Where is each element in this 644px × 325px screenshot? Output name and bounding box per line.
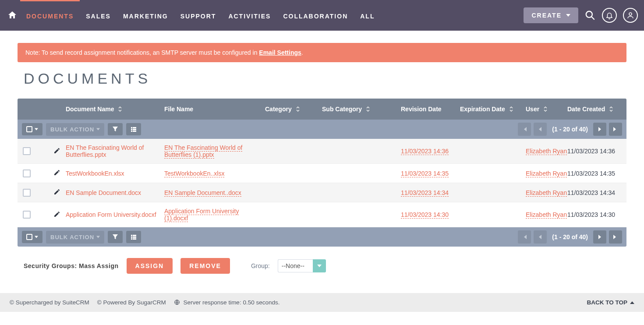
svg-rect-9 (133, 131, 136, 132)
first-icon (521, 126, 527, 132)
caret-up-icon (630, 300, 634, 305)
assign-button[interactable]: ASSIGN (127, 258, 173, 274)
col-category[interactable]: Category (265, 106, 292, 113)
page-last[interactable] (609, 123, 622, 136)
page-prev[interactable] (534, 230, 547, 244)
revision-date-link[interactable]: 11/03/2023 14:36 (401, 148, 449, 155)
nav-item-marketing[interactable]: MARKETING (117, 0, 174, 31)
columns-button[interactable] (126, 123, 141, 135)
sort-icon[interactable] (117, 106, 123, 112)
file-name-link[interactable]: EN The Fascinating World of Butterflies … (164, 144, 242, 159)
select-all-toggle[interactable] (22, 123, 42, 135)
top-nav: DOCUMENTSSALESMARKETINGSUPPORTACTIVITIES… (0, 0, 644, 31)
svg-rect-13 (131, 237, 132, 238)
edit-row-button[interactable] (53, 188, 60, 197)
caret-down-icon (35, 235, 38, 239)
edit-row-button[interactable] (53, 169, 60, 177)
page-prev[interactable] (534, 123, 547, 136)
user-link[interactable]: Elizabeth Ryan (526, 170, 567, 177)
svg-rect-11 (131, 235, 132, 236)
nav-item-activities[interactable]: ACTIVITIES (222, 0, 277, 31)
bulk-action-button[interactable]: BULK ACTION (46, 123, 104, 136)
edit-row-button[interactable] (53, 211, 60, 219)
svg-rect-8 (131, 131, 132, 132)
svg-rect-5 (133, 127, 136, 128)
page-last[interactable] (609, 230, 622, 244)
nav-links: DOCUMENTSSALESMARKETINGSUPPORTACTIVITIES… (20, 0, 524, 31)
svg-rect-12 (133, 235, 136, 236)
nav-item-sales[interactable]: SALES (80, 0, 117, 31)
page-next[interactable] (593, 123, 606, 136)
alert-suffix: . (301, 49, 303, 56)
document-name-link[interactable]: EN Sample Document.docx (66, 189, 141, 196)
profile-button[interactable] (623, 8, 638, 23)
sort-icon[interactable] (509, 106, 514, 112)
mass-assign-title: Security Groups: Mass Assign (24, 262, 119, 269)
caret-down-icon (35, 127, 38, 131)
sort-icon[interactable] (609, 106, 614, 112)
svg-point-2 (629, 13, 632, 15)
edit-row-button[interactable] (53, 147, 60, 155)
page-first[interactable] (518, 123, 531, 136)
user-link[interactable]: Elizabeth Ryan (526, 211, 567, 219)
chevron-left-icon (538, 127, 542, 132)
columns-button[interactable] (126, 231, 141, 243)
search-icon[interactable] (584, 10, 596, 21)
nav-item-support[interactable]: SUPPORT (174, 0, 223, 31)
document-name-link[interactable]: EN The Fascinating World of Butterflies.… (66, 144, 144, 158)
create-button[interactable]: CREATE (524, 7, 578, 23)
email-settings-link[interactable]: Email Settings (259, 49, 301, 56)
row-checkbox[interactable] (23, 189, 31, 197)
nav-item-collaboration[interactable]: COLLABORATION (277, 0, 354, 31)
user-icon (626, 11, 634, 19)
group-select-caret[interactable] (313, 259, 326, 272)
revision-date-link[interactable]: 11/03/2023 14:30 (401, 211, 449, 219)
back-to-top[interactable]: BACK TO TOP (587, 299, 634, 306)
home-icon (7, 10, 18, 21)
bulk-action-button[interactable]: BULK ACTION (46, 231, 104, 244)
row-checkbox[interactable] (23, 170, 31, 177)
filter-button[interactable] (108, 231, 123, 243)
document-name-link[interactable]: Application Form University.docxf (66, 211, 156, 218)
alert-prefix: Note: To send record assignment notifica… (25, 49, 259, 56)
sort-icon[interactable] (295, 106, 301, 112)
row-checkbox[interactable] (23, 147, 31, 155)
checkbox-outline-icon (26, 234, 32, 240)
date-created-cell: 11/03/2023 14:34 (567, 189, 624, 196)
file-name-link[interactable]: Application Form University (1).docxf (164, 208, 239, 222)
col-document-name[interactable]: Document Name (66, 106, 114, 113)
revision-date-link[interactable]: 11/03/2023 14:35 (401, 170, 449, 177)
file-name-link[interactable]: TestWorkbookEn..xlsx (164, 170, 224, 177)
revision-date-link[interactable]: 11/03/2023 14:34 (401, 189, 449, 197)
nav-item-documents[interactable]: DOCUMENTS (20, 0, 80, 31)
page-next[interactable] (593, 230, 606, 244)
nav-item-all[interactable]: ALL (354, 0, 381, 31)
select-all-toggle[interactable] (22, 231, 42, 243)
page-first[interactable] (518, 230, 531, 244)
filter-button[interactable] (108, 123, 123, 135)
home-link[interactable] (4, 0, 20, 31)
toolbar-bottom: BULK ACTION (1 - 20 of 40) (18, 227, 626, 247)
col-expiration-date[interactable]: Expiration Date (460, 106, 505, 113)
sort-icon[interactable] (365, 106, 371, 112)
svg-rect-4 (131, 127, 132, 128)
col-date-created[interactable]: Date Created (567, 106, 605, 113)
first-icon (521, 234, 527, 240)
document-name-link[interactable]: TestWorkbookEn.xlsx (66, 170, 124, 177)
file-name-link[interactable]: EN Sample Document..docx (164, 189, 241, 197)
table-row: TestWorkbookEn.xlsxTestWorkbookEn..xlsx1… (18, 164, 626, 183)
remove-button[interactable]: REMOVE (180, 258, 230, 274)
sort-icon[interactable] (543, 106, 548, 112)
notifications-button[interactable] (602, 8, 617, 23)
last-icon (612, 126, 619, 132)
row-checkbox[interactable] (23, 211, 31, 219)
caret-down-icon (317, 264, 322, 268)
bell-icon (605, 11, 613, 19)
user-link[interactable]: Elizabeth Ryan (526, 189, 567, 197)
toolbar-top: BULK ACTION (1 - 20 of 40) (18, 120, 626, 139)
col-user[interactable]: User (526, 106, 539, 113)
col-sub-category[interactable]: Sub Category (322, 106, 362, 113)
user-link[interactable]: Elizabeth Ryan (526, 148, 567, 155)
group-select[interactable]: --None-- (278, 259, 313, 272)
svg-rect-10 (27, 234, 32, 240)
